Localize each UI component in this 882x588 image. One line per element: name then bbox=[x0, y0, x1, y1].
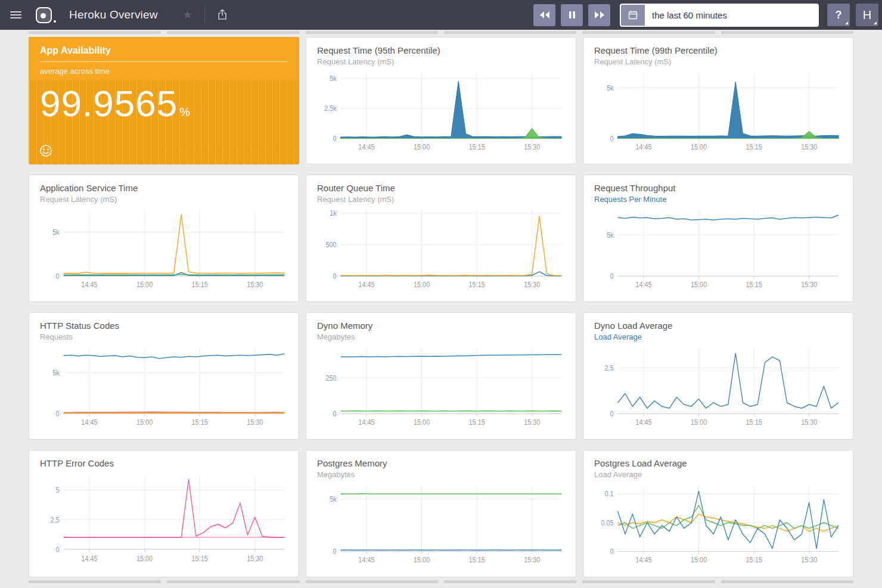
chart-title: HTTP Error Codes bbox=[40, 458, 288, 468]
card-postgres-memory[interactable]: Postgres MemoryMegabytes05k14:4515:0015:… bbox=[306, 450, 576, 577]
card-router-queue-time[interactable]: Router Queue TimeRequest Latency (mS)050… bbox=[306, 175, 576, 302]
chart-canvas[interactable]: 05k14:4515:0015:1515:30 bbox=[594, 205, 842, 295]
playback-rewind-button[interactable] bbox=[533, 4, 555, 26]
chart-canvas[interactable]: 025014:4515:0015:1515:30 bbox=[317, 343, 565, 433]
x-tick-label: 14:45 bbox=[358, 143, 374, 151]
y-tick-label: 250 bbox=[326, 374, 337, 382]
card-app-availability[interactable]: App Availability average across time 99.… bbox=[29, 37, 299, 164]
chart-subtitle: Request Latency (mS) bbox=[594, 57, 842, 66]
card-postgres-load-average[interactable]: Postgres Load AverageLoad Average00.050.… bbox=[583, 450, 853, 577]
menu-button[interactable] bbox=[0, 0, 31, 30]
service-time-orange-series bbox=[64, 214, 284, 273]
help-button[interactable]: ? bbox=[827, 4, 850, 26]
card-http-error-codes[interactable]: HTTP Error Codes02.5514:4515:0015:1515:3… bbox=[29, 450, 299, 577]
chart-canvas[interactable]: 05k14:4515:0015:1515:30 bbox=[40, 343, 288, 433]
x-tick-label: 14:45 bbox=[635, 418, 651, 426]
chart-title: Postgres Memory bbox=[317, 458, 565, 468]
x-tick-label: 14:45 bbox=[358, 418, 374, 426]
chart-canvas[interactable]: 05k14:4515:0015:1515:30 bbox=[40, 205, 288, 295]
time-range-input[interactable] bbox=[645, 5, 818, 26]
user-avatar-button[interactable]: H bbox=[856, 4, 878, 26]
chart-canvas[interactable]: 00.050.114:4515:0015:1515:30 bbox=[594, 480, 842, 571]
playback-pause-button[interactable] bbox=[561, 4, 583, 26]
chart-title: Dyno Memory bbox=[317, 321, 565, 331]
metric-link[interactable]: Load Average bbox=[594, 332, 842, 341]
x-tick-label: 15:30 bbox=[524, 556, 540, 564]
card-request-time-95[interactable]: Request Time (95th Percentile)Request La… bbox=[306, 37, 576, 164]
y-tick-label: 2.5k bbox=[324, 105, 337, 113]
x-tick-label: 15:00 bbox=[414, 143, 430, 151]
calendar-button[interactable] bbox=[621, 5, 645, 26]
y-tick-label: 0 bbox=[56, 545, 60, 554]
card-request-time-99[interactable]: Request Time (99th Percentile)Request La… bbox=[583, 37, 853, 164]
favorite-star-button[interactable]: ★ bbox=[181, 6, 195, 24]
http-status-codes-chart: 05k14:4515:0015:1515:30 bbox=[40, 343, 288, 433]
x-tick-label: 14:45 bbox=[81, 418, 97, 426]
chart-title: Request Throughput bbox=[594, 183, 842, 193]
y-tick-label: 5k bbox=[330, 495, 337, 503]
x-tick-label: 15:30 bbox=[247, 418, 263, 426]
x-tick-label: 14:45 bbox=[358, 556, 374, 564]
offscreen-cards-top bbox=[29, 31, 853, 34]
status-2xx-series bbox=[64, 354, 284, 359]
memory-total-series bbox=[341, 354, 561, 357]
share-icon bbox=[217, 8, 228, 20]
card-dyno-memory[interactable]: Dyno MemoryMegabytes025014:4515:0015:151… bbox=[306, 312, 576, 440]
x-tick-label: 15:15 bbox=[469, 281, 485, 288]
partial-card-edge bbox=[29, 580, 161, 583]
chart-canvas[interactable]: 02.514:4515:0015:1515:30 bbox=[594, 343, 842, 433]
smiley-icon bbox=[39, 144, 53, 158]
chart-subtitle: Request Latency (mS) bbox=[317, 57, 565, 66]
y-tick-label: 0.05 bbox=[601, 519, 613, 527]
chart-canvas[interactable]: 05k14:4515:0015:1515:30 bbox=[594, 67, 842, 158]
x-tick-label: 14:45 bbox=[635, 556, 651, 564]
partial-card-edge bbox=[306, 31, 438, 34]
bignum-body: 99.9565 % bbox=[29, 80, 299, 164]
partial-card-edge bbox=[306, 580, 438, 583]
x-tick-label: 15:00 bbox=[136, 281, 153, 288]
y-tick-label: 0 bbox=[56, 410, 60, 418]
postgres-load-average-chart: 00.050.114:4515:0015:1515:30 bbox=[594, 480, 842, 571]
pg-load-blue-series bbox=[618, 491, 838, 548]
y-tick-label: 0 bbox=[333, 410, 337, 418]
pause-icon bbox=[569, 11, 576, 19]
partial-card-edge bbox=[444, 31, 576, 34]
p95-latency-series bbox=[341, 81, 561, 139]
chart-subtitle: Request Latency (mS) bbox=[40, 195, 288, 204]
partial-card-edge bbox=[167, 580, 299, 583]
y-tick-label: 5k bbox=[607, 84, 614, 92]
y-tick-label: 0.1 bbox=[605, 490, 614, 498]
dyno-load-series bbox=[618, 353, 838, 408]
fast-forward-icon bbox=[594, 11, 605, 19]
logo-period-icon bbox=[54, 20, 56, 23]
chart-canvas[interactable]: 02.5514:4515:0015:1515:30 bbox=[40, 470, 288, 571]
availability-unit: % bbox=[179, 105, 190, 119]
x-tick-label: 14:45 bbox=[81, 554, 97, 563]
chart-canvas[interactable]: 05001k14:4515:0015:1515:30 bbox=[317, 205, 565, 295]
topbar-divider bbox=[204, 7, 205, 23]
topbar: Heroku Overview ★ bbox=[0, 0, 882, 30]
dyno-load-average-chart: 02.514:4515:0015:1515:30 bbox=[594, 343, 842, 433]
dyno-memory-chart: 025014:4515:0015:1515:30 bbox=[317, 343, 565, 433]
card-dyno-load-average[interactable]: Dyno Load AverageLoad Average02.514:4515… bbox=[583, 312, 853, 440]
x-tick-label: 15:30 bbox=[524, 418, 540, 426]
x-tick-label: 15:30 bbox=[524, 281, 540, 288]
card-http-status-codes[interactable]: HTTP Status CodesRequests05k14:4515:0015… bbox=[29, 312, 299, 440]
chart-subtitle: Requests bbox=[40, 332, 288, 341]
logo-icon[interactable] bbox=[36, 7, 52, 23]
metric-link[interactable]: Requests Per Minute bbox=[594, 195, 842, 204]
partial-card-edge bbox=[444, 580, 576, 583]
chart-subtitle: Megabytes bbox=[317, 332, 565, 341]
chart-canvas[interactable]: 02.5k5k14:4515:0015:1515:30 bbox=[317, 67, 565, 158]
x-tick-label: 15:30 bbox=[801, 143, 817, 151]
card-request-throughput[interactable]: Request ThroughputRequests Per Minute05k… bbox=[583, 175, 853, 302]
playback-forward-button[interactable] bbox=[588, 4, 610, 26]
x-tick-label: 15:15 bbox=[746, 281, 762, 288]
x-tick-label: 15:00 bbox=[136, 418, 153, 426]
card-application-service-time[interactable]: Application Service TimeRequest Latency … bbox=[29, 175, 299, 302]
x-tick-label: 14:45 bbox=[358, 281, 374, 288]
x-tick-label: 15:30 bbox=[801, 281, 817, 288]
chart-canvas[interactable]: 05k14:4515:0015:1515:30 bbox=[317, 480, 565, 571]
share-button[interactable] bbox=[215, 6, 230, 24]
hamburger-icon bbox=[10, 11, 21, 13]
